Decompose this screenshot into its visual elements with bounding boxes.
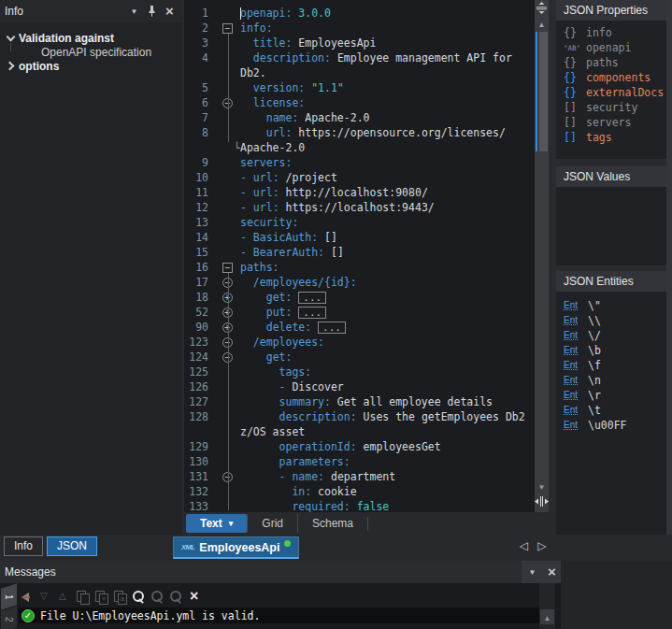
dropdown-icon[interactable] bbox=[126, 4, 142, 20]
code-line[interactable]: 15- BearerAuth: [] bbox=[184, 245, 535, 260]
fold-gutter bbox=[208, 379, 240, 394]
prev-tab-icon[interactable] bbox=[520, 539, 528, 552]
panel-separator[interactable] bbox=[549, 0, 556, 561]
clear-icon[interactable] bbox=[187, 590, 203, 605]
code-line[interactable]: 13security: bbox=[184, 215, 535, 230]
scroll-down-icon[interactable] bbox=[535, 479, 549, 491]
find-icon[interactable] bbox=[131, 590, 147, 605]
code-line[interactable]: 11- url: http://localhost:9080/ bbox=[184, 185, 535, 200]
code-line[interactable]: 7 name: Apache-2.0 bbox=[184, 110, 535, 125]
json-entity-item[interactable]: Ent\" bbox=[556, 298, 666, 313]
goto-source-icon[interactable] bbox=[19, 590, 35, 605]
horizontal-split-handle-icon[interactable] bbox=[534, 493, 550, 509]
code-line[interactable]: 16−paths: bbox=[184, 260, 535, 275]
code-line[interactable]: 130 parameters: bbox=[184, 454, 535, 469]
code-line[interactable]: 90+ delete: ... bbox=[184, 320, 535, 335]
code-line[interactable]: 17− /employees/{id}: bbox=[184, 275, 535, 290]
code-line[interactable]: 133 required: false bbox=[184, 499, 535, 512]
code-line[interactable]: 18+ get: ... bbox=[184, 290, 535, 305]
code-line[interactable]: 129 operationId: employeesGet bbox=[184, 439, 535, 454]
json-property-item-openapi[interactable]: openapi bbox=[556, 40, 666, 55]
json-entity-item[interactable]: Ent\/ bbox=[556, 328, 666, 343]
fold-toggle-icon[interactable]: − bbox=[208, 260, 240, 275]
json-property-item-info[interactable]: info bbox=[556, 25, 666, 40]
code-area[interactable]: 1openapi: 3.0.02−info:3 title: Employees… bbox=[184, 0, 535, 512]
panel-tab-json[interactable]: JSON bbox=[47, 536, 97, 556]
fold-toggle-icon[interactable]: − bbox=[208, 275, 240, 290]
json-entity-item[interactable]: Ent\u00FF bbox=[556, 418, 666, 433]
folded-ellipsis[interactable]: ... bbox=[298, 292, 326, 304]
messages-tab-2[interactable]: 2 bbox=[1, 606, 17, 629]
json-entity-item[interactable]: Ent\t bbox=[556, 403, 666, 418]
pin-icon[interactable] bbox=[144, 4, 160, 20]
json-entity-item[interactable]: Ent\\ bbox=[556, 313, 666, 328]
tree-item-openapi-specification[interactable]: OpenAPI specification bbox=[0, 45, 182, 59]
code-line[interactable]: 127 summary: Get all employee details bbox=[184, 394, 535, 409]
code-line[interactable]: 1openapi: 3.0.0 bbox=[184, 6, 535, 21]
json-property-item-externalDocs[interactable]: externalDocs bbox=[556, 85, 666, 100]
close-icon[interactable] bbox=[544, 565, 560, 580]
line-number: 1 bbox=[184, 6, 208, 21]
code-line[interactable]: 125 tags: bbox=[184, 365, 535, 379]
view-tab-schema[interactable]: Schema bbox=[297, 514, 367, 533]
code-line[interactable]: 8 url: https://opensource.org/licenses/ bbox=[184, 125, 535, 140]
fold-toggle-icon[interactable]: + bbox=[208, 320, 240, 335]
json-property-item-components[interactable]: components bbox=[556, 70, 666, 85]
fold-toggle-icon[interactable]: − bbox=[208, 335, 240, 350]
code-line[interactable]: 52+ put: ... bbox=[184, 305, 535, 320]
code-line[interactable]: 3 title: EmployeesApi bbox=[184, 36, 535, 50]
split-editor-handle-icon[interactable] bbox=[535, 0, 549, 15]
panel-tab-info[interactable]: Info bbox=[4, 536, 43, 556]
code-line[interactable]: └Apache-2.0 bbox=[184, 140, 535, 155]
code-line[interactable]: 6− license: bbox=[184, 95, 535, 110]
code-line[interactable]: 2−info: bbox=[184, 21, 535, 36]
code-line[interactable]: z/OS asset bbox=[184, 424, 535, 439]
code-line[interactable]: Db2. bbox=[184, 65, 535, 80]
code-line[interactable]: 12- url: https://localhost:9443/ bbox=[184, 200, 535, 215]
folded-ellipsis[interactable]: ... bbox=[298, 307, 326, 319]
json-property-item-servers[interactable]: servers bbox=[556, 115, 666, 130]
messages-scroll-up-icon[interactable] bbox=[540, 609, 554, 624]
close-icon[interactable] bbox=[162, 4, 178, 20]
json-property-item-paths[interactable]: paths bbox=[556, 55, 666, 70]
fold-toggle-icon[interactable]: − bbox=[208, 95, 240, 110]
fold-toggle-icon[interactable]: − bbox=[208, 21, 240, 36]
code-line[interactable]: 14- BasicAuth: [] bbox=[184, 230, 535, 245]
view-tab-grid[interactable]: Grid bbox=[247, 514, 297, 533]
file-tab-employeesapi[interactable]: XML EmployeesApi bbox=[173, 536, 299, 559]
code-token: Db2. bbox=[240, 66, 266, 79]
tree-item-options[interactable]: options bbox=[0, 59, 182, 73]
fold-toggle-icon[interactable]: − bbox=[208, 350, 240, 365]
json-entity-item[interactable]: Ent\b bbox=[556, 343, 666, 358]
code-line[interactable]: 4 description: Employee management API f… bbox=[184, 50, 535, 65]
next-tab-icon[interactable] bbox=[537, 539, 546, 552]
code-line[interactable]: 131− - name: department bbox=[184, 469, 535, 484]
json-entity-item[interactable]: Ent\f bbox=[556, 358, 666, 373]
code-line[interactable]: 124− get: bbox=[184, 350, 535, 365]
code-line[interactable]: 9servers: bbox=[184, 155, 535, 170]
fold-toggle-icon[interactable]: − bbox=[208, 469, 240, 484]
view-tab-text[interactable]: Text▾ bbox=[186, 514, 247, 533]
folded-ellipsis[interactable]: ... bbox=[318, 322, 346, 334]
json-properties-title: JSON Properties bbox=[564, 4, 648, 17]
code-line[interactable]: 126 - Discover bbox=[184, 379, 535, 394]
scroll-up-icon[interactable] bbox=[535, 17, 549, 28]
chevron-right-icon[interactable] bbox=[5, 60, 17, 72]
json-property-item-tags[interactable]: tags bbox=[556, 130, 666, 145]
code-line[interactable]: 132 in: cookie bbox=[184, 484, 535, 499]
dropdown-icon[interactable] bbox=[524, 565, 540, 580]
fold-toggle-icon[interactable]: + bbox=[208, 290, 240, 305]
fold-toggle-icon[interactable]: + bbox=[208, 305, 240, 320]
code-line[interactable]: 5 version: "1.1" bbox=[184, 80, 535, 95]
code-text: - Discover bbox=[240, 379, 535, 394]
tree-item-validation-against[interactable]: Validation against bbox=[0, 31, 182, 45]
code-text: name: Apache-2.0 bbox=[240, 110, 535, 125]
code-line[interactable]: 10- url: /project bbox=[184, 170, 535, 185]
json-entity-item[interactable]: Ent\n bbox=[556, 373, 666, 388]
json-entity-item[interactable]: Ent\r bbox=[556, 388, 666, 403]
json-property-item-security[interactable]: security bbox=[556, 100, 666, 115]
message-entry[interactable]: File U:\EmployeesApi.yml is valid. bbox=[19, 608, 539, 623]
code-line[interactable]: 123− /employees: bbox=[184, 335, 535, 350]
code-line[interactable]: 128 description: Uses the getEmployees D… bbox=[184, 409, 535, 424]
scrollbar-thumb[interactable] bbox=[539, 32, 548, 151]
